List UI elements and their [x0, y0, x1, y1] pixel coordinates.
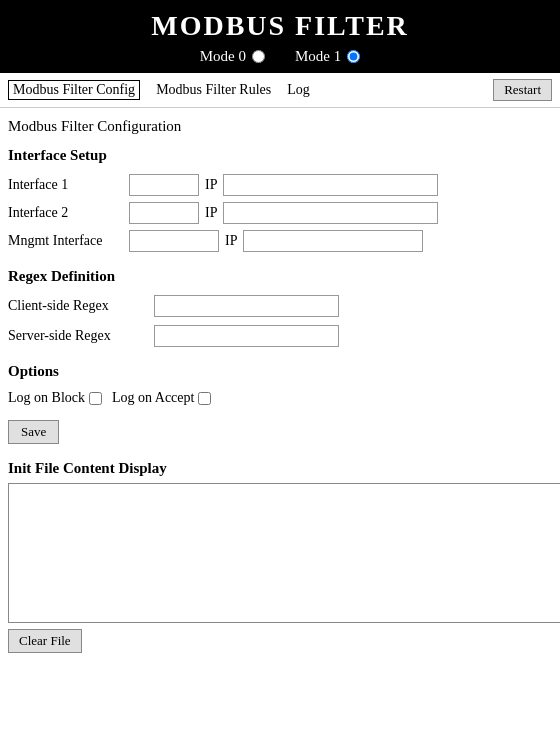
server-regex-row: Server-side Regex — [8, 325, 552, 347]
interface-setup-section: Interface Setup Interface 1 IP Interface… — [8, 147, 552, 252]
interface1-label: Interface 1 — [8, 177, 123, 193]
nav-rules[interactable]: Modbus Filter Rules — [156, 82, 271, 98]
mode0-item: Mode 0 — [200, 48, 265, 65]
interface2-ip-input[interactable] — [223, 202, 438, 224]
client-regex-row: Client-side Regex — [8, 295, 552, 317]
nav-config[interactable]: Modbus Filter Config — [8, 80, 140, 100]
header: MODBUS FILTER Mode 0 Mode 1 — [0, 0, 560, 73]
log-accept-label: Log on Accept — [112, 390, 194, 406]
mode0-radio[interactable] — [252, 50, 265, 63]
mngmt-label: Mngmt Interface — [8, 233, 123, 249]
interface2-label: Interface 2 — [8, 205, 123, 221]
save-button[interactable]: Save — [8, 420, 59, 444]
interface1-ip-label: IP — [205, 177, 217, 193]
log-accept-checkbox[interactable] — [198, 392, 211, 405]
nav-log[interactable]: Log — [287, 82, 310, 98]
regex-section: Regex Definition Client-side Regex Serve… — [8, 268, 552, 347]
mngmt-ip-label: IP — [225, 233, 237, 249]
save-row: Save — [8, 420, 552, 444]
mode-row: Mode 0 Mode 1 — [0, 48, 560, 65]
init-file-section: Init File Content Display Clear File — [8, 460, 552, 653]
app-title: MODBUS FILTER — [0, 10, 560, 42]
interface2-row: Interface 2 IP — [8, 202, 552, 224]
mode1-label: Mode 1 — [295, 48, 341, 65]
options-row: Log on Block Log on Accept — [8, 390, 552, 406]
options-section: Options Log on Block Log on Accept — [8, 363, 552, 406]
server-regex-input[interactable] — [154, 325, 339, 347]
nav-bar: Modbus Filter Config Modbus Filter Rules… — [0, 73, 560, 108]
log-block-item: Log on Block — [8, 390, 102, 406]
init-file-textarea[interactable] — [8, 483, 560, 623]
options-title: Options — [8, 363, 552, 380]
interface1-ip-input[interactable] — [223, 174, 438, 196]
clear-file-button[interactable]: Clear File — [8, 629, 82, 653]
mode1-item: Mode 1 — [295, 48, 360, 65]
client-regex-input[interactable] — [154, 295, 339, 317]
regex-title: Regex Definition — [8, 268, 552, 285]
restart-button[interactable]: Restart — [493, 79, 552, 101]
init-file-title: Init File Content Display — [8, 460, 552, 477]
interface2-ip-label: IP — [205, 205, 217, 221]
mngmt-input[interactable] — [129, 230, 219, 252]
interface1-row: Interface 1 IP — [8, 174, 552, 196]
interface-setup-title: Interface Setup — [8, 147, 552, 164]
log-block-label: Log on Block — [8, 390, 85, 406]
mngmt-row: Mngmt Interface IP — [8, 230, 552, 252]
interface2-input[interactable] — [129, 202, 199, 224]
client-regex-label: Client-side Regex — [8, 298, 148, 314]
page-title: Modbus Filter Configuration — [8, 118, 552, 135]
server-regex-label: Server-side Regex — [8, 328, 148, 344]
mode1-radio[interactable] — [347, 50, 360, 63]
interface1-input[interactable] — [129, 174, 199, 196]
log-block-checkbox[interactable] — [89, 392, 102, 405]
mode0-label: Mode 0 — [200, 48, 246, 65]
log-accept-item: Log on Accept — [112, 390, 211, 406]
mngmt-ip-input[interactable] — [243, 230, 423, 252]
content: Modbus Filter Configuration Interface Se… — [0, 108, 560, 671]
